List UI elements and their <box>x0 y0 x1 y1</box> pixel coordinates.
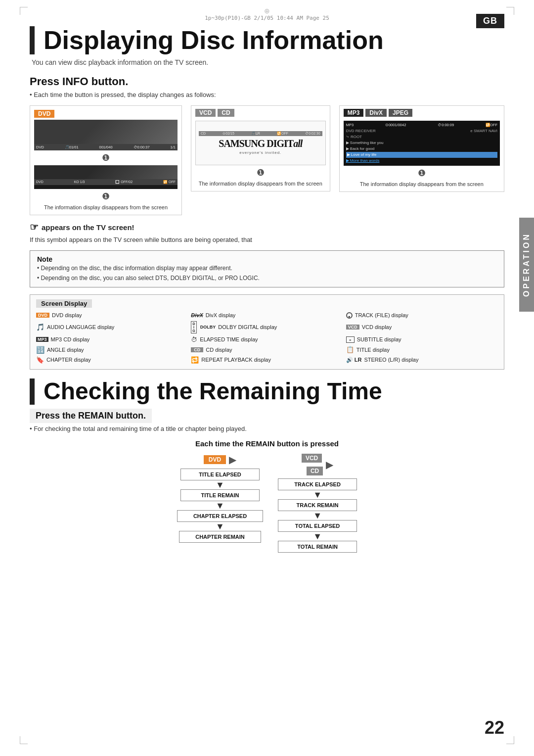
dvd-step-chapter-remain: CHAPTER REMAIN <box>179 531 261 543</box>
mp3-block: MP3 DivX JPEG MP3⊙0001/0042⏱0:00:09🔁OFF … <box>339 105 504 192</box>
sd-subtitle-display: ≡ SUBTITLE display <box>346 335 498 344</box>
operation-label: OPERATION <box>519 218 534 312</box>
jpeg-tag: JPEG <box>389 109 412 117</box>
dvd-pointer1: ❶ <box>34 152 178 163</box>
sd-repeat-icon: 🔁 <box>191 356 199 364</box>
sd-angle-display: 🔢 ANGLE display <box>36 345 188 354</box>
cd-tag: CD <box>218 109 234 117</box>
samsung-logo: SAMSUNG DIGITall <box>219 138 302 149</box>
sd-chapter-display: 🔖 CHAPTER display <box>36 356 188 364</box>
press-info-heading: Press INFO button. <box>30 75 504 88</box>
remain-sub: Each time the REMAIN button is pressed <box>30 439 504 448</box>
remain-bullet: • For checking the total and remaining t… <box>30 425 504 432</box>
dvd-block: DVD DVD🎵01/01001/040⏱0:00:371/1 ❶ DVDKO … <box>30 105 182 215</box>
mp3-root: ⤷ ROOT <box>346 135 497 139</box>
sd-mp3-icon: MP3 <box>36 337 48 342</box>
dvd-screen2-image <box>34 165 178 179</box>
section1-title: Displaying Disc Information <box>30 26 504 54</box>
dvd-flow: DVD ▶ TITLE ELAPSED ▼ TITLE REMAIN ▼ CHA… <box>177 454 263 543</box>
vcd-flow-badge: VCD <box>302 454 322 463</box>
screen-display-grid: DVD DVD display DivX DivX display ● TRAC… <box>36 312 498 364</box>
crop-header: 1p~30p(P10)-GB 2/1/05 10:44 AM Page 25 <box>30 15 504 21</box>
dvd-step-title-remain: TITLE REMAIN <box>180 489 260 501</box>
vcd-step-total-elapsed: TOTAL ELAPSED <box>278 520 357 532</box>
dvd-tag: DVD <box>34 110 54 118</box>
sd-repeat-label: REPEAT PLAYBACK display <box>201 357 271 363</box>
mp3-pointer: ❶ <box>344 168 500 179</box>
dvd-screen-image <box>34 120 178 144</box>
sd-dvd-icon: DVD <box>36 313 49 318</box>
mp3-tag: MP3 <box>344 109 364 117</box>
vcd-arrow1: ▼ <box>313 490 322 499</box>
press-info-bullet: • Each time the button is pressed, the d… <box>30 91 504 98</box>
sd-lr-icon: 🔊 LR <box>346 357 362 363</box>
sd-dolby-label: DOLBY DIGITAL display <box>218 324 277 330</box>
vcd-step-total-remain: TOTAL REMAIN <box>278 541 357 553</box>
sd-track-icon: ● <box>346 312 353 319</box>
dvd-flow-steps: TITLE ELAPSED ▼ TITLE REMAIN ▼ CHAPTER E… <box>177 469 263 543</box>
sd-mp3-label: MP3 CD display <box>51 336 90 342</box>
sd-subtitle-icon: ≡ <box>346 336 355 343</box>
vcd-flow-steps: TRACK ELAPSED ▼ TRACK REMAIN ▼ TOTAL ELA… <box>278 478 357 553</box>
dvd-flow-badge: DVD <box>204 455 226 464</box>
sd-cd-icon: CD <box>191 347 203 352</box>
sd-subtitle-label: SUBTITLE display <box>357 336 401 342</box>
sd-divx-icon: DivX <box>191 312 203 318</box>
vcd-flow-label: VCD CD ▶ <box>302 454 333 475</box>
section2-title: Checking the Remaining Time <box>30 378 504 405</box>
sd-elapsed-label: ELAPSED TIME display <box>200 336 258 342</box>
tv-appears-text: appears on the TV screen! <box>42 223 134 232</box>
sd-lr-label: STEREO (L/R) display <box>364 357 418 363</box>
mp3-file-3: ▶ Love of my life <box>346 152 497 158</box>
page: ⊕ 1p~30p(P10)-GB 2/1/05 10:44 AM Page 25… <box>0 0 534 756</box>
sd-audio-display: 🎵 AUDIO LANGUAGE display <box>36 321 188 334</box>
vcd-step-track-remain: TRACK REMAIN <box>278 499 357 511</box>
sd-elapsed-icon: ⏱ <box>191 336 197 343</box>
crop-mark-tl <box>20 7 28 15</box>
sd-track-display: ● TRACK (FILE) display <box>346 312 498 319</box>
mp3-file-2: ▶ Back for good <box>346 146 497 152</box>
divx-tag: DivX <box>365 109 387 117</box>
sd-audio-label: AUDIO LANGUAGE display <box>47 324 114 330</box>
sd-vcd-icon: VCD <box>346 325 359 330</box>
dvd-screen1: DVD🎵01/01001/040⏱0:00:371/1 <box>34 120 178 150</box>
sd-track-label: TRACK (FILE) display <box>355 312 408 318</box>
sd-angle-label: ANGLE display <box>47 347 84 353</box>
sd-dvd-label: DVD display <box>52 312 82 318</box>
sd-title-display: 📋 TITLE display <box>346 345 498 354</box>
note-box: Note • Depending on the disc, the disc i… <box>30 250 504 287</box>
note-label: Note <box>37 255 52 263</box>
sd-audio-icon: 🎵 <box>36 323 44 331</box>
vcd-flow: VCD CD ▶ TRACK ELAPSED ▼ TRACK REMAIN ▼ … <box>278 454 357 553</box>
sd-cd-label: CD display <box>206 347 232 353</box>
dvd-bar2: DVDKO 1/3🔳 OFF/02🔁 OFF <box>34 179 178 185</box>
sd-chapter-label: CHAPTER display <box>46 357 91 363</box>
screen-display-title: Screen Display <box>36 299 92 308</box>
screen-display-section: Screen Display DVD DVD display DivX DivX… <box>30 294 504 370</box>
crop-mark-br <box>506 736 514 744</box>
press-info-bold: INFO <box>62 75 89 88</box>
press-remain: Press the REMAIN button. <box>30 409 152 423</box>
tv-appears: ☞ appears on the TV screen! <box>30 221 504 233</box>
vcd-tag: VCD <box>195 109 216 117</box>
vcd-tags-row: VCD CD <box>195 109 326 119</box>
dvd-arrow1: ▼ <box>216 480 224 489</box>
crop-mark-tr <box>506 7 514 15</box>
sd-cd-display: CD CD display <box>191 345 343 354</box>
note-line1: • Depending on the disc, the disc inform… <box>37 264 497 273</box>
vcd-block: VCD CD CD⊙02/15🎵LR🔁OFF⏱0:02:30 SAMSUNG D… <box>191 105 330 191</box>
flow-row: DVD ▶ TITLE ELAPSED ▼ TITLE REMAIN ▼ CHA… <box>30 454 504 553</box>
vcd-step-track-elapsed: TRACK ELAPSED <box>278 478 357 490</box>
vcd-flow-arrow-right: ▶ <box>326 459 333 471</box>
cd-flow-badge: CD <box>307 467 323 475</box>
dvd-pointer2: ❶ <box>34 191 178 202</box>
mp3-file-list: ▶ Something like you ▶ Back for good ▶ L… <box>346 140 497 164</box>
mp3-smart-navi: e SMART NAVI <box>470 129 497 133</box>
dvd-step-title-elapsed: TITLE ELAPSED <box>180 469 260 480</box>
vcd-arrow3: ▼ <box>313 532 322 541</box>
sd-divx-label: DivX display <box>206 312 236 318</box>
gb-badge: GB <box>476 14 504 28</box>
sd-repeat-display: 🔁 REPEAT PLAYBACK display <box>191 356 343 364</box>
sd-dolby-display: DIG DOLBY DOLBY DIGITAL display <box>191 321 343 334</box>
mp3-file-4: ▶ More than words <box>346 158 497 164</box>
